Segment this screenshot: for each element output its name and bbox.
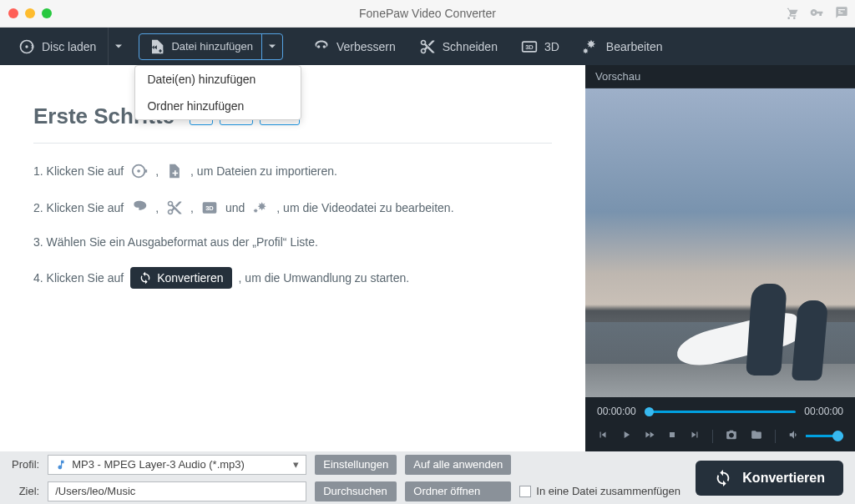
enhance-button[interactable]: Verbessern: [301, 28, 407, 65]
apply-all-button[interactable]: Auf alle anwenden: [405, 455, 511, 475]
time-bar: 00:00:00 00:00:00: [597, 406, 843, 417]
svg-text:3D: 3D: [205, 204, 214, 212]
titlebar: FonePaw Video Converter: [0, 0, 855, 28]
step-1: 1. Klicken Sie auf , , um Dateien zu imp…: [33, 162, 552, 180]
step4-text-pre: 4. Klicken Sie auf: [33, 271, 124, 285]
step2-text-post: , um die Videodatei zu bearbeiten.: [276, 201, 453, 214]
time-end: 00:00:00: [804, 406, 843, 417]
disc-dropdown[interactable]: [108, 28, 129, 65]
open-folder-button[interactable]: Ordner öffnen: [405, 481, 511, 501]
step3-text: 3. Wählen Sie ein Ausgabeformat aus der …: [33, 235, 318, 249]
step-4: 4. Klicken Sie auf Konvertieren , um die…: [33, 267, 552, 289]
merge-row: In eine Datei zusammenfügen: [519, 485, 680, 497]
3d-box-icon: 3D: [200, 199, 219, 217]
browse-button[interactable]: Durchsuchen: [315, 481, 397, 501]
dest-input[interactable]: /Users/leo/Music: [48, 481, 306, 501]
convert-button[interactable]: Konvertieren: [696, 461, 843, 496]
output-settings: Profil: MP3 - MPEG Layer-3 Audio (*.mp3)…: [12, 455, 680, 501]
palette-icon: [130, 199, 149, 217]
preview-panel: Vorschau 00:00:00 00:00:00: [585, 65, 855, 451]
dest-label: Ziel:: [12, 485, 39, 497]
svg-rect-9: [670, 432, 675, 437]
step-3: 3. Wählen Sie ein Ausgabeformat aus der …: [33, 235, 552, 249]
svg-point-1: [25, 45, 28, 48]
speaker-icon[interactable]: [787, 429, 801, 443]
step1-text-pre: 1. Klicken Sie auf: [33, 164, 124, 178]
preview-thumbnail: [585, 88, 855, 397]
step1-text-post: , um Dateien zu importieren.: [190, 164, 337, 178]
bottom-bar: Profil: MP3 - MPEG Layer-3 Audio (*.mp3)…: [0, 451, 855, 504]
cut-button[interactable]: Schneiden: [407, 28, 509, 65]
3d-label: 3D: [544, 40, 559, 53]
step2-and: und: [225, 201, 245, 214]
titlebar-actions: [785, 6, 848, 22]
scissors-icon: [165, 199, 184, 217]
divider: [775, 430, 776, 443]
profile-label: Profil:: [12, 458, 39, 471]
enhance-label: Verbessern: [336, 40, 396, 53]
svg-text:3D: 3D: [525, 43, 534, 51]
convert-button-label: Konvertieren: [742, 471, 825, 486]
dest-value: /Users/leo/Music: [55, 485, 135, 497]
profile-value: MP3 - MPEG Layer-3 Audio (*.mp3): [72, 458, 245, 471]
settings-button[interactable]: Einstellungen: [315, 455, 397, 475]
stop-icon[interactable]: [667, 430, 677, 442]
stars-icon: [251, 199, 270, 217]
playback-buttons: [597, 429, 843, 443]
seek-slider[interactable]: [645, 411, 797, 413]
3d-button[interactable]: 3D 3D: [509, 28, 571, 65]
merge-checkbox[interactable]: [519, 486, 531, 497]
preview-title: Vorschau: [585, 65, 855, 88]
disc-load-label: Disc laden: [42, 40, 96, 53]
fast-forward-icon[interactable]: [644, 429, 655, 443]
time-start: 00:00:00: [597, 406, 636, 417]
main-toolbar: Disc laden Datei hinzufügen Datei(en) hi…: [0, 28, 855, 65]
cut-label: Schneiden: [443, 40, 498, 53]
skip-prev-icon[interactable]: [597, 429, 609, 443]
snapshot-icon[interactable]: [725, 429, 738, 443]
divider: [33, 143, 552, 144]
step2-text-pre: 2. Klicken Sie auf: [33, 201, 124, 214]
disc-load-button[interactable]: Disc laden: [7, 28, 108, 65]
add-file-dropdown-toggle[interactable]: [261, 34, 282, 59]
add-file-button[interactable]: Datei hinzufügen: [139, 34, 261, 59]
key-icon[interactable]: [810, 6, 823, 22]
content-area: Erste Schritte 4K UHD HEVC 1. Klicken Si…: [0, 65, 855, 451]
add-file-group: Datei hinzufügen Datei(en) hinzufügen Or…: [139, 33, 283, 60]
edit-label: Bearbeiten: [606, 40, 663, 53]
cart-icon[interactable]: [785, 6, 798, 22]
play-icon[interactable]: [620, 429, 632, 443]
folder-icon[interactable]: [750, 429, 763, 443]
file-add-icon: [165, 162, 184, 180]
chevron-down-icon: ▾: [293, 458, 299, 471]
app-title: FonePaw Video Converter: [0, 7, 855, 20]
feedback-icon[interactable]: [835, 6, 848, 22]
profile-select[interactable]: MP3 - MPEG Layer-3 Audio (*.mp3) ▾: [48, 455, 306, 475]
edit-button[interactable]: Bearbeiten: [571, 28, 675, 65]
preview-controls: 00:00:00 00:00:00: [585, 397, 855, 451]
add-file-label: Datei hinzufügen: [171, 40, 253, 53]
disc-load-group: Disc laden: [7, 28, 129, 65]
volume-control: [787, 429, 843, 443]
divider: [712, 430, 713, 443]
dropdown-add-folder[interactable]: Ordner hinzufügen: [135, 93, 301, 119]
add-file-dropdown-menu: Datei(en) hinzufügen Ordner hinzufügen: [134, 65, 301, 120]
step-2: 2. Klicken Sie auf , , 3D und , um die V…: [33, 199, 552, 217]
merge-label: In eine Datei zusammenfügen: [536, 485, 680, 497]
svg-point-6: [137, 169, 140, 173]
volume-slider[interactable]: [806, 435, 843, 437]
disc-icon: [130, 162, 149, 180]
convert-pill-label: Konvertieren: [157, 271, 223, 285]
step4-text-post: , um die Umwandlung zu starten.: [239, 271, 410, 285]
getting-started-panel: Erste Schritte 4K UHD HEVC 1. Klicken Si…: [0, 65, 585, 451]
dropdown-add-files[interactable]: Datei(en) hinzufügen: [135, 66, 301, 93]
convert-pill: Konvertieren: [130, 267, 231, 289]
skip-next-icon[interactable]: [689, 429, 701, 443]
